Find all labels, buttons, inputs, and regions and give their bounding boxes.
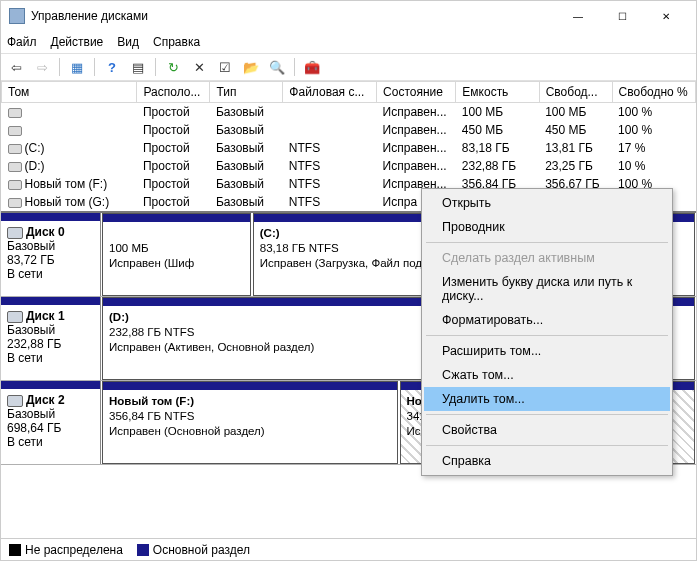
help-icon[interactable]: ? xyxy=(101,56,123,78)
menu-action[interactable]: Действие xyxy=(51,35,104,49)
col-volume[interactable]: Том xyxy=(2,82,137,103)
volume-icon xyxy=(8,144,22,154)
refresh-icon[interactable]: ↻ xyxy=(162,56,184,78)
volume-icon xyxy=(8,198,22,208)
table-row[interactable]: ПростойБазовыйИсправен...450 МБ450 МБ100… xyxy=(2,121,696,139)
volume-icon xyxy=(8,108,22,118)
legend-unallocated: Не распределена xyxy=(25,543,123,557)
cm-explorer[interactable]: Проводник xyxy=(424,215,670,239)
disk-header[interactable]: Диск 2Базовый698,64 ГБВ сети xyxy=(1,381,101,464)
app-icon xyxy=(9,8,25,24)
titlebar: Управление дисками — ☐ ✕ xyxy=(1,1,696,31)
volume-icon xyxy=(8,162,22,172)
cm-extend[interactable]: Расширить том... xyxy=(424,339,670,363)
table-row[interactable]: (C:)ПростойБазовыйNTFSИсправен...83,18 Г… xyxy=(2,139,696,157)
disk-header[interactable]: Диск 1Базовый232,88 ГБВ сети xyxy=(1,297,101,380)
col-type[interactable]: Тип xyxy=(210,82,283,103)
menubar: Файл Действие Вид Справка xyxy=(1,31,696,53)
col-pct[interactable]: Свободно % xyxy=(612,82,695,103)
toolbar: ⇦ ⇨ ▦ ? ▤ ↻ ✕ ☑ 📂 🔍 🧰 xyxy=(1,53,696,81)
show-hide-tree-icon[interactable]: ▦ xyxy=(66,56,88,78)
list-icon[interactable]: ▤ xyxy=(127,56,149,78)
forward-icon[interactable]: ⇨ xyxy=(31,56,53,78)
wizard-icon[interactable]: 🧰 xyxy=(301,56,323,78)
search-icon[interactable]: 🔍 xyxy=(266,56,288,78)
cm-shrink[interactable]: Сжать том... xyxy=(424,363,670,387)
legend: Не распределена Основной раздел xyxy=(1,538,696,560)
back-icon[interactable]: ⇦ xyxy=(5,56,27,78)
col-capacity[interactable]: Емкость xyxy=(456,82,539,103)
cm-make-active: Сделать раздел активным xyxy=(424,246,670,270)
col-status[interactable]: Состояние xyxy=(377,82,456,103)
table-row[interactable]: (D:)ПростойБазовыйNTFSИсправен...232,88 … xyxy=(2,157,696,175)
cm-format[interactable]: Форматировать... xyxy=(424,308,670,332)
close-button[interactable]: ✕ xyxy=(644,2,688,30)
table-row[interactable]: ПростойБазовыйИсправен...100 МБ100 МБ100… xyxy=(2,103,696,122)
menu-help[interactable]: Справка xyxy=(153,35,200,49)
partition[interactable]: 100 МБИсправен (Шиф xyxy=(102,213,251,296)
volume-icon xyxy=(8,126,22,136)
disk-icon xyxy=(7,227,23,239)
cm-help[interactable]: Справка xyxy=(424,449,670,473)
window-title: Управление дисками xyxy=(31,9,556,23)
cm-change-letter[interactable]: Изменить букву диска или путь к диску... xyxy=(424,270,670,308)
open-icon[interactable]: 📂 xyxy=(240,56,262,78)
col-fs[interactable]: Файловая с... xyxy=(283,82,377,103)
settings-icon[interactable]: ☑ xyxy=(214,56,236,78)
minimize-button[interactable]: — xyxy=(556,2,600,30)
maximize-button[interactable]: ☐ xyxy=(600,2,644,30)
cm-delete-volume[interactable]: Удалить том... xyxy=(424,387,670,411)
partition[interactable]: Новый том (F:)356,84 ГБ NTFSИсправен (Ос… xyxy=(102,381,398,464)
volume-icon xyxy=(8,180,22,190)
cm-open[interactable]: Открыть xyxy=(424,191,670,215)
cm-properties[interactable]: Свойства xyxy=(424,418,670,442)
menu-file[interactable]: Файл xyxy=(7,35,37,49)
disk-header[interactable]: Диск 0Базовый83,72 ГБВ сети xyxy=(1,213,101,296)
context-menu: Открыть Проводник Сделать раздел активны… xyxy=(421,188,673,476)
menu-view[interactable]: Вид xyxy=(117,35,139,49)
legend-primary: Основной раздел xyxy=(153,543,250,557)
disk-icon xyxy=(7,395,23,407)
disk-icon xyxy=(7,311,23,323)
col-free[interactable]: Свобод... xyxy=(539,82,612,103)
cancel-icon[interactable]: ✕ xyxy=(188,56,210,78)
col-layout[interactable]: Располо... xyxy=(137,82,210,103)
